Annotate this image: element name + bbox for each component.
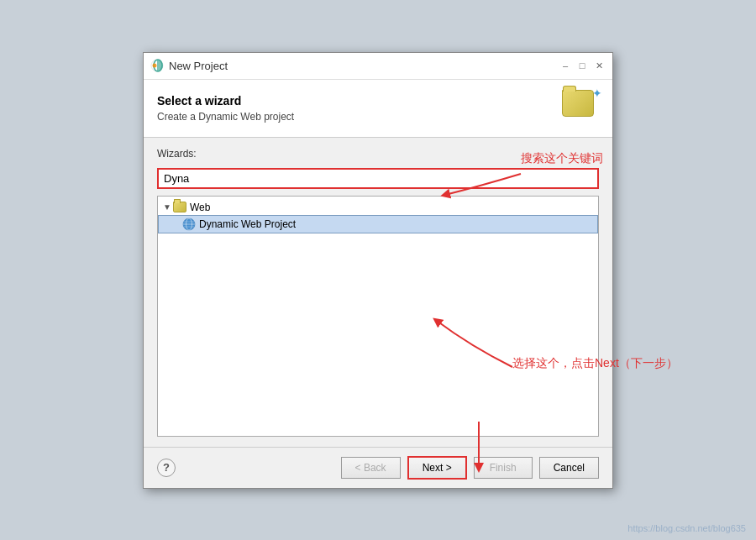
globe-icon [182, 218, 196, 231]
search-input-wrapper [157, 168, 599, 189]
search-input[interactable] [157, 168, 599, 189]
back-button[interactable]: < Back [341, 457, 401, 479]
expand-icon[interactable]: ▼ [161, 202, 173, 213]
tree-view[interactable]: ▼ Web Dynamic Web Project [157, 196, 599, 437]
maximize-button[interactable]: □ [575, 59, 589, 72]
header-section: Select a wizard Create a Dynamic Web pro… [144, 80, 612, 138]
title-bar: New Project – □ ✕ [144, 53, 612, 80]
cancel-button[interactable]: Cancel [539, 457, 599, 479]
header-title: Select a wizard [157, 94, 294, 107]
window-controls: – □ ✕ [559, 59, 606, 72]
button-bar: ? < Back Next > Finish Cancel [144, 448, 612, 488]
search-row [157, 168, 599, 189]
watermark: https://blog.csdn.net/blog635 [627, 523, 746, 533]
tree-label-dynamic-web: Dynamic Web Project [199, 218, 296, 230]
content-area: Wizards: ▼ Web [144, 138, 612, 447]
new-project-dialog: New Project – □ ✕ Select a wizard Create… [143, 52, 613, 489]
close-button[interactable]: ✕ [592, 59, 606, 72]
tree-item-web[interactable]: ▼ Web [158, 200, 598, 215]
finish-button[interactable]: Finish [474, 457, 533, 479]
eclipse-icon [150, 59, 164, 72]
folder-icon [562, 90, 594, 117]
folder-icon-web [173, 202, 186, 212]
tree-label-web: Web [190, 202, 210, 213]
minimize-button[interactable]: – [559, 59, 572, 72]
tree-item-dynamic-web[interactable]: Dynamic Web Project [158, 215, 598, 233]
dialog-title: New Project [169, 60, 228, 72]
header-subtitle: Create a Dynamic Web project [157, 111, 294, 123]
svg-point-2 [153, 64, 157, 68]
star-badge: ✦ [592, 87, 602, 100]
wizards-label: Wizards: [157, 148, 599, 160]
next-button[interactable]: Next > [407, 456, 467, 480]
header-icon: ✦ [562, 90, 599, 127]
help-button[interactable]: ? [157, 459, 176, 477]
